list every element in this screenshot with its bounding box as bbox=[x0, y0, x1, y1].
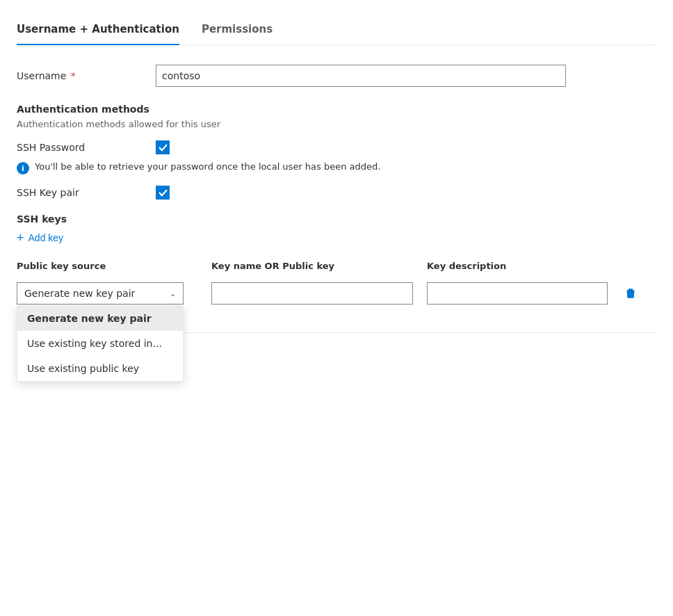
ssh-keys-title: SSH keys bbox=[17, 213, 656, 225]
tab-permissions[interactable]: Permissions bbox=[202, 15, 273, 45]
username-label: Username * bbox=[17, 70, 156, 81]
dropdown-option-existing-stored[interactable]: Use existing key stored in... bbox=[17, 331, 183, 356]
ssh-password-label: SSH Password bbox=[17, 142, 156, 153]
delete-icon bbox=[624, 287, 637, 300]
ssh-password-checkbox[interactable] bbox=[156, 140, 170, 154]
public-key-source-dropdown[interactable]: Generate new key pair ⌄ bbox=[17, 282, 184, 305]
info-icon: i bbox=[17, 162, 29, 175]
plus-icon: + bbox=[17, 232, 24, 244]
tab-bar: Username + Authentication Permissions bbox=[17, 14, 656, 45]
add-key-label: Add key bbox=[29, 232, 64, 243]
svg-rect-1 bbox=[630, 291, 631, 297]
col-header-source: Public key source bbox=[17, 261, 211, 271]
col-header-description: Key description bbox=[427, 261, 622, 271]
required-indicator: * bbox=[67, 70, 75, 81]
auth-methods-section: Authentication methods Authentication me… bbox=[17, 104, 656, 200]
col-header-name: Key name OR Public key bbox=[211, 261, 427, 271]
auth-methods-subtitle: Authentication methods allowed for this … bbox=[17, 119, 656, 129]
add-key-button[interactable]: + Add key bbox=[17, 229, 63, 247]
ssh-keys-section: SSH keys + Add key Public key source Key… bbox=[17, 213, 656, 305]
ssh-password-row: SSH Password bbox=[17, 140, 656, 154]
auth-methods-title: Authentication methods bbox=[17, 104, 656, 115]
ssh-keypair-row: SSH Key pair bbox=[17, 186, 656, 200]
chevron-down-icon: ⌄ bbox=[170, 290, 176, 298]
dropdown-selected-label: Generate new key pair bbox=[24, 288, 135, 299]
username-row: Username * bbox=[17, 65, 656, 87]
dropdown-option-generate[interactable]: Generate new key pair bbox=[17, 306, 183, 331]
delete-key-button[interactable] bbox=[622, 282, 640, 305]
tab-username-auth[interactable]: Username + Authentication bbox=[17, 15, 179, 45]
public-key-source-dropdown-wrapper: Generate new key pair ⌄ Generate new key… bbox=[17, 282, 211, 305]
dropdown-option-existing-public[interactable]: Use existing public key bbox=[17, 356, 183, 381]
svg-rect-0 bbox=[629, 291, 629, 297]
info-text: You'll be able to retrieve your password… bbox=[35, 161, 380, 172]
key-row-1: Generate new key pair ⌄ Generate new key… bbox=[17, 282, 656, 305]
svg-rect-2 bbox=[632, 291, 633, 297]
key-table-headers: Public key source Key name OR Public key… bbox=[17, 261, 656, 277]
key-name-input[interactable] bbox=[211, 282, 413, 305]
ssh-keypair-checkbox[interactable] bbox=[156, 186, 170, 200]
ssh-keypair-label: SSH Key pair bbox=[17, 187, 156, 198]
username-input[interactable] bbox=[156, 65, 566, 87]
key-description-input[interactable] bbox=[427, 282, 608, 305]
dropdown-menu: Generate new key pair Use existing key s… bbox=[17, 305, 184, 382]
info-row: i You'll be able to retrieve your passwo… bbox=[17, 161, 656, 175]
